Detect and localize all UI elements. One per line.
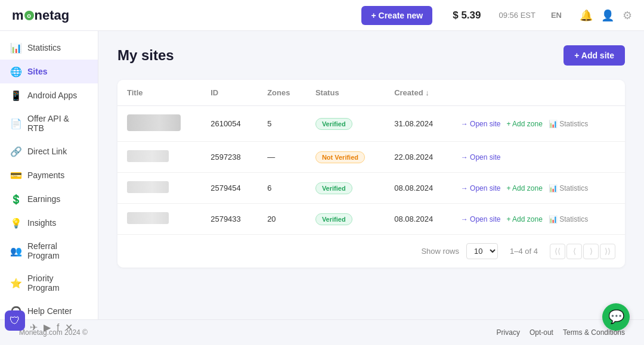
site-title-cell: [117, 204, 201, 235]
sidebar: 📊 Statistics 🌐 Sites 📱 Android Apps 📄 Of…: [0, 31, 98, 319]
sidebar-item-android-apps[interactable]: 📱 Android Apps: [0, 83, 98, 107]
status-badge: Verified: [315, 118, 352, 130]
sidebar-item-payments[interactable]: 💳 Payments: [0, 163, 98, 187]
sidebar-item-earnings[interactable]: 💲 Earnings: [0, 187, 98, 211]
footer-links: Privacy Opt-out Terms & Conditions: [497, 328, 625, 337]
app-header: monetag + Create new $ 5.39 09:56 EST EN…: [0, 0, 644, 31]
page-header: My sites + Add site: [117, 45, 625, 66]
status-badge: Verified: [315, 213, 352, 225]
telegram-icon[interactable]: ✈: [30, 322, 38, 333]
sidebar-label-help: Help Center: [27, 306, 72, 316]
sidebar-label-sites: Sites: [27, 67, 47, 76]
add-zone-link[interactable]: + Add zone: [506, 184, 542, 192]
social-icons: ✈ ▶ f ✕: [30, 322, 73, 333]
sidebar-label-priority: Priority Program: [27, 273, 87, 293]
open-site-link[interactable]: → Open site: [461, 120, 501, 128]
sidebar-item-direct-link[interactable]: 🔗 Direct Link: [0, 139, 98, 163]
twitter-icon[interactable]: ✕: [65, 322, 73, 333]
add-site-button[interactable]: + Add site: [564, 45, 625, 66]
sidebar-label-earnings: Earnings: [27, 194, 60, 204]
rows-per-page-select[interactable]: 10 20 50: [466, 243, 498, 259]
statistics-link[interactable]: 📊 Statistics: [549, 184, 588, 192]
col-title: Title: [117, 80, 201, 106]
site-created: 08.08.2024: [385, 204, 451, 235]
site-zones: 6: [258, 173, 306, 204]
sidebar-item-sites[interactable]: 🌐 Sites: [0, 60, 98, 83]
last-page-button[interactable]: ⟩⟩: [600, 244, 615, 259]
prev-page-button[interactable]: ⟨: [566, 244, 582, 259]
open-site-link[interactable]: → Open site: [461, 184, 501, 192]
chat-bubble-button[interactable]: 💬: [602, 303, 630, 331]
sidebar-item-priority[interactable]: ⭐ Priority Program: [0, 267, 98, 299]
site-zones: 5: [258, 106, 306, 142]
table-row: 2579433 20 Verified 08.08.2024 → Open si…: [117, 204, 625, 235]
site-status: Verified: [306, 173, 385, 204]
sidebar-label-android-apps: Android Apps: [27, 91, 77, 100]
statistics-link[interactable]: 📊 Statistics: [549, 120, 588, 128]
language-selector[interactable]: EN: [551, 11, 562, 20]
sidebar-item-offer-api[interactable]: 📄 Offer API & RTB: [0, 107, 98, 139]
site-zones: 20: [258, 204, 306, 235]
wallet-icon[interactable]: 👤: [601, 9, 614, 22]
shield-button[interactable]: 🛡: [5, 310, 25, 331]
facebook-icon[interactable]: f: [57, 322, 59, 333]
notification-icon[interactable]: 🔔: [580, 9, 593, 22]
table-row: 2597238 — Not verified 22.08.2024 → Open…: [117, 142, 625, 173]
open-site-link[interactable]: → Open site: [461, 153, 501, 161]
site-actions: → Open site: [451, 142, 625, 173]
site-title-cell: [117, 173, 201, 204]
add-zone-link[interactable]: + Add zone: [506, 215, 542, 223]
site-thumbnail: [127, 181, 169, 193]
insights-icon: 💡: [11, 217, 21, 228]
privacy-link[interactable]: Privacy: [497, 328, 520, 337]
sidebar-label-offer-api: Offer API & RTB: [27, 114, 87, 133]
table-row: 2610054 5 Verified 31.08.2024 → Open sit…: [117, 106, 625, 142]
site-id: 2579433: [201, 204, 258, 235]
create-new-button[interactable]: + Create new: [361, 6, 432, 25]
col-created[interactable]: Created ↓: [385, 80, 451, 106]
sidebar-label-direct-link: Direct Link: [27, 147, 67, 156]
priority-icon: ⭐: [11, 278, 21, 288]
first-page-button[interactable]: ⟨⟨: [550, 244, 565, 259]
site-id: 2597238: [201, 142, 258, 173]
sidebar-item-statistics[interactable]: 📊 Statistics: [0, 36, 98, 60]
statistics-icon: 📊: [11, 42, 21, 53]
site-id: 2579454: [201, 173, 258, 204]
col-zones: Zones: [258, 80, 306, 106]
logo-text-part2: netag: [35, 8, 70, 23]
balance-display: $ 5.39: [453, 10, 481, 21]
show-rows-label: Show rows: [421, 247, 459, 256]
profile-icon[interactable]: ⚙: [623, 9, 632, 22]
sidebar-item-referral[interactable]: 👥 Referral Program: [0, 235, 98, 267]
page-title: My sites: [117, 47, 174, 64]
site-title-cell: [117, 106, 201, 142]
site-thumbnail: [127, 150, 169, 162]
earnings-icon: 💲: [11, 194, 21, 204]
add-zone-link[interactable]: + Add zone: [506, 120, 542, 128]
opt-out-link[interactable]: Opt-out: [530, 328, 553, 337]
table-row: 2579454 6 Verified 08.08.2024 → Open sit…: [117, 173, 625, 204]
status-badge: Not verified: [315, 151, 365, 163]
next-page-button[interactable]: ⟩: [583, 244, 599, 259]
offer-api-icon: 📄: [11, 118, 21, 129]
open-site-link[interactable]: → Open site: [461, 215, 501, 223]
site-title-cell: [117, 142, 201, 173]
statistics-link[interactable]: 📊 Statistics: [549, 215, 588, 223]
youtube-icon[interactable]: ▶: [44, 322, 51, 333]
sidebar-item-insights[interactable]: 💡 Insights: [0, 211, 98, 235]
android-icon: 📱: [11, 90, 21, 101]
site-created: 22.08.2024: [385, 142, 451, 173]
sidebar-label-referral: Referral Program: [27, 241, 87, 260]
sites-table: Title ID Zones Status Created ↓ 2610054: [117, 80, 625, 234]
referral-icon: 👥: [11, 245, 21, 256]
site-created: 08.08.2024: [385, 173, 451, 204]
col-id: ID: [201, 80, 258, 106]
status-badge: Verified: [315, 182, 352, 194]
main-content: My sites + Add site Title ID Zones Statu…: [98, 31, 644, 319]
site-actions: → Open site + Add zone 📊 Statistics: [451, 106, 625, 142]
direct-link-icon: 🔗: [11, 146, 21, 157]
site-zones: —: [258, 142, 306, 173]
col-status: Status: [306, 80, 385, 106]
time-display: 09:56 EST: [499, 11, 535, 20]
site-status: Verified: [306, 204, 385, 235]
